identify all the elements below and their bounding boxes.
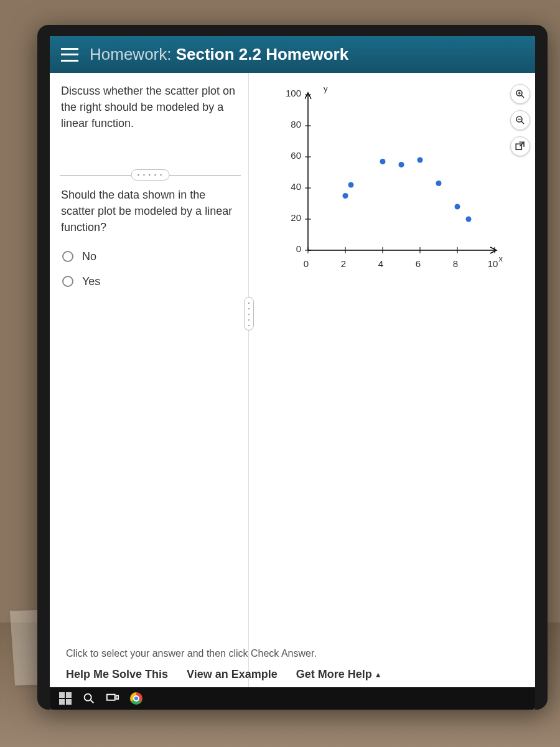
question-panel: Discuss whether the scatter plot on the … [50,73,249,710]
caret-up-icon: ▲ [375,670,382,679]
y-tick: 20 [279,212,301,223]
chrome-taskbar-button[interactable] [129,692,143,705]
data-point [455,204,460,210]
page-title: Homework: Section 2.2 Homework [90,45,348,64]
zoom-in-button[interactable] [510,84,530,104]
data-point [466,217,472,222]
option-yes[interactable]: Yes [61,271,240,292]
task-view-button[interactable] [106,692,119,705]
footer-area: Click to select your answer and then cli… [50,644,535,710]
y-tick: 80 [279,119,301,129]
popout-button[interactable] [510,136,530,156]
monitor-frame: Homework: Section 2.2 Homework Discuss w… [37,25,548,710]
help-solve-link[interactable]: Help Me Solve This [66,668,168,681]
y-tick: 0 [279,243,301,254]
svg-rect-25 [107,695,115,700]
svg-line-19 [521,121,524,124]
svg-rect-26 [116,695,119,699]
plot-svg [305,92,498,284]
radio-icon [62,251,73,262]
get-more-help-link[interactable]: Get More Help▲ [296,668,382,681]
data-point [418,157,423,163]
x-axis-label: x [499,254,503,263]
chart-panel: y x 100 80 60 40 20 0 0 2 4 6 8 10 [249,73,535,710]
data-point [380,159,386,164]
section-divider[interactable] [60,175,241,176]
y-tick: 100 [279,88,301,98]
content-area: Discuss whether the scatter plot on the … [50,73,535,710]
subquestion-text: Should the data shown in the scatter plo… [61,187,240,235]
screen: Homework: Section 2.2 Homework Discuss w… [50,36,535,710]
chrome-icon [130,692,142,705]
y-tick: 60 [279,150,301,161]
windows-taskbar [50,687,535,710]
svg-line-15 [521,95,524,98]
menu-icon[interactable] [61,48,78,62]
chart-tools [510,84,530,156]
option-no[interactable]: No [61,246,240,267]
data-point [348,182,354,188]
title-prefix: Homework: [90,45,176,63]
option-label: No [82,248,96,265]
instruction-text: Click to select your answer and then cli… [50,644,535,663]
search-taskbar-button[interactable] [82,692,96,705]
title-main: Section 2.2 Homework [176,45,348,63]
prompt-text: Discuss whether the scatter plot on the … [61,83,240,131]
y-tick: 40 [279,181,301,192]
get-more-help-label: Get More Help [296,668,372,680]
svg-point-23 [85,694,91,701]
data-point [436,181,442,186]
scatter-plot: y x 100 80 60 40 20 0 0 2 4 6 8 10 [261,85,498,291]
view-example-link[interactable]: View an Example [187,668,278,681]
option-label: Yes [82,273,100,289]
app-header: Homework: Section 2.2 Homework [50,36,535,73]
radio-icon [62,276,73,287]
data-point [343,193,348,199]
help-toolbar: Help Me Solve This View an Example Get M… [50,663,535,687]
svg-line-24 [91,700,94,703]
zoom-out-button[interactable] [510,110,530,130]
start-button[interactable] [58,692,72,705]
windows-icon [59,692,72,705]
data-point [399,162,404,167]
